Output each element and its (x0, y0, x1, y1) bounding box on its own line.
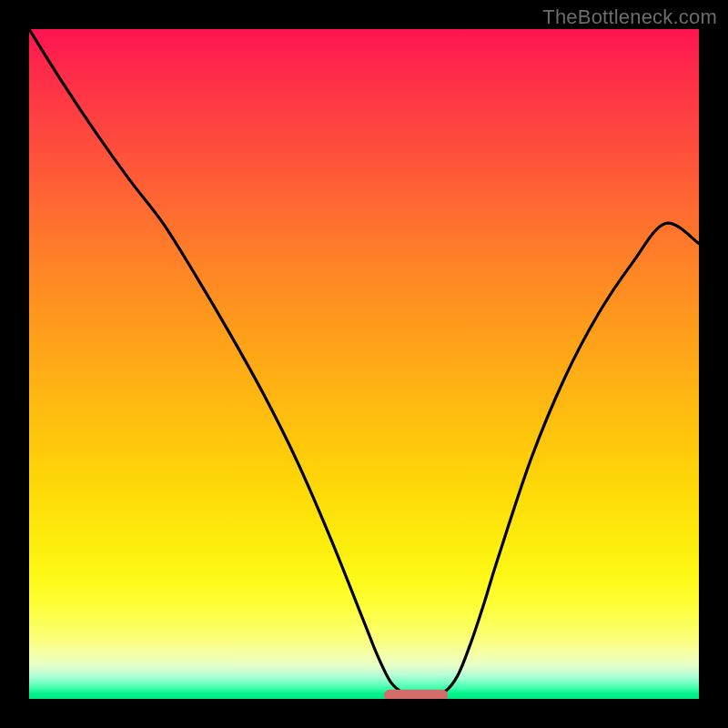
watermark-text: TheBottleneck.com (542, 5, 717, 29)
chart-frame: TheBottleneck.com (0, 0, 728, 728)
gradient-plot-area (29, 29, 699, 699)
